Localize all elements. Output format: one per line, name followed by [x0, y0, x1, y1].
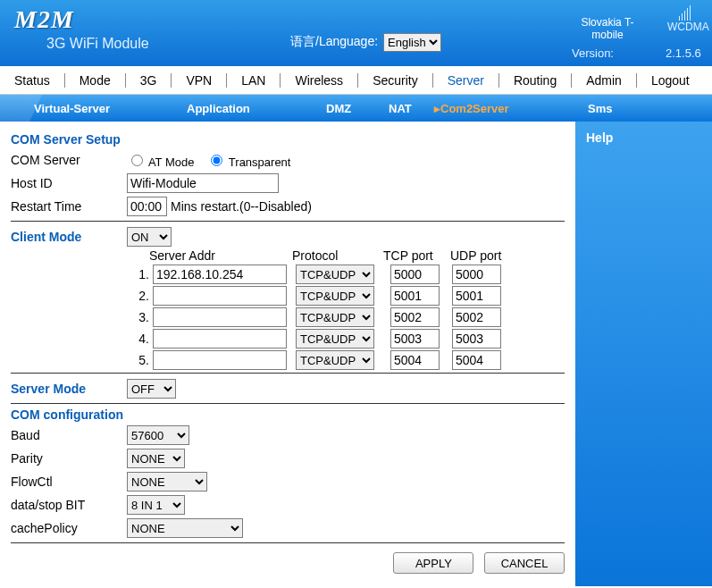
subnav-nat[interactable]: NAT	[389, 102, 412, 115]
client-row: 3.TCP&UDP	[131, 307, 565, 327]
radio-at-mode[interactable]: AT Mode	[127, 152, 194, 169]
client-table-header: Server Addr Protocol TCP port UDP port	[149, 248, 565, 263]
col-server-addr: Server Addr	[149, 248, 292, 263]
udp-port-input[interactable]	[452, 286, 501, 306]
restart-hint: Mins restart.(0--Disabled)	[171, 199, 312, 214]
col-udp-port: UDP port	[450, 248, 501, 263]
apply-button[interactable]: APPLY	[393, 552, 473, 574]
language-select[interactable]: English	[383, 33, 441, 52]
row-number: 2.	[131, 289, 149, 303]
protocol-select[interactable]: TCP&UDP	[296, 329, 374, 349]
main-nav: StatusMode3GVPNLANWirelessSecurityServer…	[0, 66, 712, 95]
cancel-button[interactable]: CANCEL	[484, 552, 565, 574]
sub-nav: Virtual-ServerApplicationDMZNAT▸Com2Serv…	[0, 95, 712, 122]
server-addr-input[interactable]	[153, 329, 287, 349]
subnav-virtual-server[interactable]: Virtual-Server	[34, 102, 110, 115]
udp-port-input[interactable]	[452, 307, 501, 327]
version-label: Version:	[572, 46, 614, 60]
nav-security[interactable]: Security	[358, 73, 432, 88]
nav-vpn[interactable]: VPN	[172, 73, 226, 88]
nav-3g[interactable]: 3G	[126, 73, 172, 88]
header: M2M 3G WiFi Module 语言/Language: English …	[0, 0, 712, 66]
tcp-port-input[interactable]	[390, 350, 440, 370]
subnav-application[interactable]: Application	[187, 102, 250, 115]
row-number: 3.	[131, 310, 149, 324]
client-row: 5.TCP&UDP	[131, 350, 565, 370]
section-com-config: COM configuration	[11, 407, 565, 422]
protocol-select[interactable]: TCP&UDP	[296, 350, 374, 370]
restart-label: Restart Time	[11, 199, 127, 214]
tcp-port-input[interactable]	[390, 286, 440, 306]
cachepolicy-select[interactable]: NONE	[127, 518, 243, 538]
client-mode-select[interactable]: ON	[127, 227, 172, 247]
content-pane: COM Server Setup COM Server AT Mode Tran…	[0, 122, 575, 586]
row-number: 4.	[131, 332, 149, 346]
server-addr-input[interactable]	[153, 307, 287, 327]
udp-port-input[interactable]	[452, 329, 501, 349]
cachepolicy-label: cachePolicy	[11, 521, 127, 535]
divider	[11, 221, 565, 222]
nav-logout[interactable]: Logout	[637, 73, 704, 88]
row-number: 1.	[131, 267, 149, 281]
help-pane: Help	[575, 122, 712, 586]
datastopbit-label: data/stop BIT	[11, 498, 127, 512]
comserver-label: COM Server	[11, 153, 127, 167]
tcp-port-input[interactable]	[390, 265, 440, 284]
protocol-select[interactable]: TCP&UDP	[296, 265, 374, 284]
nav-server[interactable]: Server	[433, 73, 498, 88]
protocol-select[interactable]: TCP&UDP	[296, 286, 374, 306]
tcp-port-input[interactable]	[390, 329, 440, 349]
col-tcp-port: TCP port	[383, 248, 450, 263]
baud-label: Baud	[11, 428, 127, 442]
radio-transparent[interactable]: Transparent	[206, 152, 290, 169]
parity-select[interactable]: NONE	[127, 449, 185, 468]
nav-wireless[interactable]: Wireless	[281, 73, 357, 88]
client-row: 2.TCP&UDP	[131, 286, 565, 306]
server-addr-input[interactable]	[153, 286, 287, 306]
col-protocol: Protocol	[292, 248, 383, 263]
client-row: 4.TCP&UDP	[131, 329, 565, 349]
divider	[11, 403, 565, 404]
product-subtitle: 3G WiFi Module	[46, 36, 149, 52]
client-mode-label: Client Mode	[11, 230, 127, 244]
subnav-dmz[interactable]: DMZ	[326, 102, 351, 115]
logo: M2M	[14, 5, 74, 34]
tcp-port-input[interactable]	[390, 307, 440, 327]
server-addr-input[interactable]	[153, 265, 287, 284]
divider	[11, 542, 565, 543]
datastopbit-select[interactable]: 8 IN 1	[127, 495, 185, 515]
hostid-input[interactable]	[127, 173, 279, 193]
language-label: 语言/Language:	[290, 34, 378, 50]
udp-port-input[interactable]	[452, 265, 501, 284]
udp-port-input[interactable]	[452, 350, 501, 370]
help-title: Help	[586, 130, 701, 145]
button-bar: APPLY CANCEL	[11, 547, 565, 574]
nav-status[interactable]: Status	[0, 73, 64, 88]
server-mode-label: Server Mode	[11, 382, 127, 396]
nav-routing[interactable]: Routing	[499, 73, 571, 88]
restart-input[interactable]	[127, 197, 167, 216]
baud-select[interactable]: 57600	[127, 425, 189, 445]
nav-mode[interactable]: Mode	[65, 73, 125, 88]
server-addr-input[interactable]	[153, 350, 287, 370]
subnav-sms[interactable]: Sms	[588, 102, 612, 115]
row-number: 5.	[131, 353, 149, 367]
flowctl-label: FlowCtl	[11, 475, 127, 489]
nav-lan[interactable]: LAN	[227, 73, 280, 88]
nav-admin[interactable]: Admin	[572, 73, 636, 88]
hostid-label: Host ID	[11, 176, 127, 190]
section-com-server-setup: COM Server Setup	[11, 132, 565, 147]
parity-label: Parity	[11, 451, 127, 466]
server-mode-select[interactable]: OFF	[127, 379, 176, 399]
subnav-com2server[interactable]: ▸Com2Server	[434, 102, 509, 115]
client-row: 1.TCP&UDP	[131, 265, 565, 284]
protocol-select[interactable]: TCP&UDP	[296, 307, 374, 327]
version-value: 2.1.5.6	[666, 46, 701, 60]
carrier-name: Slovakia T-mobile	[572, 16, 643, 41]
signal-label: WCDMA	[667, 21, 703, 33]
divider	[11, 373, 565, 374]
flowctl-select[interactable]: NONE	[127, 472, 207, 491]
signal-bars-icon	[679, 5, 692, 21]
signal-indicator: WCDMA	[667, 5, 703, 33]
